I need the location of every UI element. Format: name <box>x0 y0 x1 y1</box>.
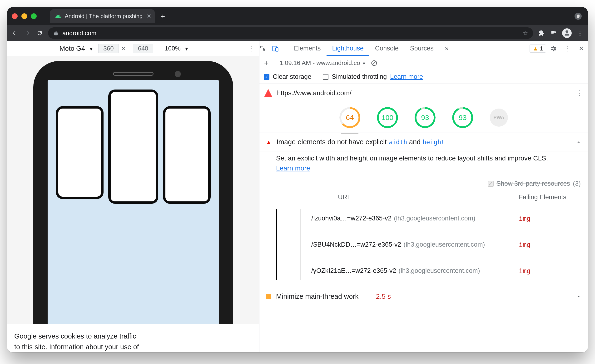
address-bar: android.com ☆ ⋮ <box>7 25 588 41</box>
devtools-settings-icon[interactable] <box>546 45 561 52</box>
new-tab-button[interactable]: ＋ <box>158 11 168 21</box>
chevron-down-icon <box>576 294 581 299</box>
tab-lighthouse[interactable]: Lighthouse <box>326 41 369 56</box>
url-input[interactable]: android.com ☆ <box>48 27 533 39</box>
audit2-title: Minimize main-thread work <box>276 293 359 300</box>
audit-image-dimensions[interactable]: ▲ Image elements do not have explicit wi… <box>259 133 588 151</box>
device-viewport-panel: Moto G4 ▼ 360 × 640 100% ▼ ⋮ <box>7 41 259 352</box>
chevron-up-icon <box>576 140 581 145</box>
report-selector[interactable]: 1:09:16 AM - www.android.co ▼ <box>280 59 366 67</box>
new-report-button[interactable]: ＋ <box>263 58 270 68</box>
cookie-text-2: to this site. Information about your use… <box>14 342 252 352</box>
viewport-width-input[interactable]: 360 <box>98 44 119 53</box>
element-thumbnail <box>276 209 301 280</box>
audit-main-thread[interactable]: Minimize main-thread work — 2.5 s <box>259 287 588 306</box>
profile-avatar[interactable] <box>562 28 572 38</box>
inspect-element-icon[interactable] <box>259 45 272 52</box>
bookmark-star-icon[interactable]: ☆ <box>522 29 528 37</box>
third-party-checkbox[interactable]: ✓ <box>488 181 494 187</box>
devtools-panel: Elements Lighthouse Console Sources » ▲1… <box>259 41 588 352</box>
third-party-label: Show 3rd-party resources <box>496 180 570 187</box>
macos-titlebar: Android | The platform pushing ✕ ＋ <box>7 7 588 25</box>
report-url: https://www.android.com/ <box>277 89 352 97</box>
lighthouse-scores: 64 100 93 93 PWA <box>259 102 588 133</box>
nav-forward-button[interactable] <box>23 29 31 37</box>
phone-camera <box>175 71 181 77</box>
divider <box>286 44 286 53</box>
android-favicon <box>55 13 61 20</box>
svg-rect-1 <box>276 48 278 51</box>
lighthouse-options: ✓ Clear storage Simulated throttling Lea… <box>259 70 588 84</box>
score-pwa[interactable]: PWA <box>490 108 508 127</box>
options-learn-more-link[interactable]: Learn more <box>390 73 423 80</box>
hero-phone-3 <box>163 106 211 204</box>
audit-learn-more-link[interactable]: Learn more <box>276 164 310 172</box>
table-row[interactable]: /yOZkI21aE…=w272-e365-v2(lh3.googleuserc… <box>306 257 581 284</box>
tab-console[interactable]: Console <box>369 41 404 56</box>
table-row[interactable]: /SBU4NckDD…=w272-e365-v2(lh3.googleuserc… <box>306 231 581 257</box>
tab-overflow[interactable]: » <box>439 41 454 56</box>
failing-elements-table: URL Failing Elements /Izuohvi0a…=w272-e3… <box>259 192 588 287</box>
devtools-menu-icon[interactable]: ⋮ <box>561 44 575 52</box>
tab-elements[interactable]: Elements <box>288 41 326 56</box>
col-failing: Failing Elements <box>519 193 581 201</box>
third-party-count: (3) <box>573 180 581 187</box>
cookie-banner: Google serves cookies to analyze traffic… <box>7 324 259 352</box>
score-accessibility[interactable]: 100 <box>377 107 398 128</box>
table-row[interactable]: /Izuohvi0a…=w272-e365-v2(lh3.googleuserc… <box>306 205 581 231</box>
divider <box>275 59 275 67</box>
col-url: URL <box>305 193 519 201</box>
audit-fail-icon: ▲ <box>266 139 271 145</box>
nav-reload-button[interactable] <box>36 29 44 37</box>
simulated-throttling-label: Simulated throttling <box>332 73 387 80</box>
device-toolbar: Moto G4 ▼ 360 × 640 100% ▼ ⋮ <box>7 41 259 56</box>
browser-tab[interactable]: Android | The platform pushing ✕ <box>50 9 155 23</box>
viewport-height-input[interactable]: 640 <box>133 44 153 53</box>
device-toolbar-menu[interactable]: ⋮ <box>248 44 255 52</box>
lighthouse-subbar: ＋ 1:09:16 AM - www.android.co ▼ <box>259 56 588 70</box>
score-best-practices[interactable]: 93 <box>415 107 436 128</box>
clear-storage-label: Clear storage <box>273 73 311 80</box>
browser-menu-icon[interactable]: ⋮ <box>576 29 584 37</box>
audit-description: Set an explicit width and height on imag… <box>259 151 588 178</box>
clear-storage-checkbox[interactable]: ✓ <box>264 74 269 80</box>
issues-badge[interactable]: ▲1 <box>530 44 546 53</box>
third-party-toggle: ✓ Show 3rd-party resources (3) <box>259 178 588 192</box>
audit2-time: 2.5 s <box>376 293 391 300</box>
dimension-separator: × <box>122 45 125 52</box>
emulated-device-frame <box>33 61 233 324</box>
score-seo[interactable]: 93 <box>452 107 473 128</box>
toggle-device-toolbar-icon[interactable] <box>272 45 284 52</box>
url-text: android.com <box>62 29 96 37</box>
incognito-indicator[interactable] <box>574 13 582 20</box>
device-selector[interactable]: Moto G4 ▼ <box>59 45 93 52</box>
tab-title: Android | The platform pushing <box>65 13 142 20</box>
hero-phone-2 <box>108 90 158 204</box>
reading-list-icon[interactable] <box>550 29 558 37</box>
audit-title: Image elements do not have explicit widt… <box>276 138 445 146</box>
extensions-icon[interactable] <box>537 29 545 37</box>
traffic-light-minimize[interactable] <box>21 13 27 19</box>
cookie-text-1: Google serves cookies to analyze traffic <box>14 331 252 342</box>
audit-warn-icon <box>266 294 271 299</box>
nav-back-button[interactable] <box>11 29 19 37</box>
clear-report-icon[interactable] <box>371 60 377 66</box>
audit2-sep: — <box>364 293 371 300</box>
report-menu-icon[interactable]: ⋮ <box>576 89 583 97</box>
hero-phone-1 <box>56 106 104 199</box>
tab-sources[interactable]: Sources <box>404 41 439 56</box>
lock-icon <box>53 30 58 36</box>
svg-line-3 <box>372 61 376 65</box>
zoom-selector[interactable]: 100% ▼ <box>165 45 189 52</box>
report-url-row: https://www.android.com/ ⋮ <box>259 84 588 102</box>
devtools-close-icon[interactable]: ✕ <box>575 45 588 52</box>
traffic-light-zoom[interactable] <box>31 13 37 19</box>
tab-close-icon[interactable]: ✕ <box>147 13 151 20</box>
traffic-light-close[interactable] <box>12 13 18 19</box>
devtools-tabstrip: Elements Lighthouse Console Sources » ▲1… <box>259 41 588 56</box>
emulated-page[interactable] <box>48 80 219 324</box>
simulated-throttling-checkbox[interactable] <box>323 74 328 80</box>
score-performance[interactable]: 64 <box>339 107 360 128</box>
lighthouse-icon <box>264 89 272 97</box>
phone-speaker <box>113 72 154 76</box>
